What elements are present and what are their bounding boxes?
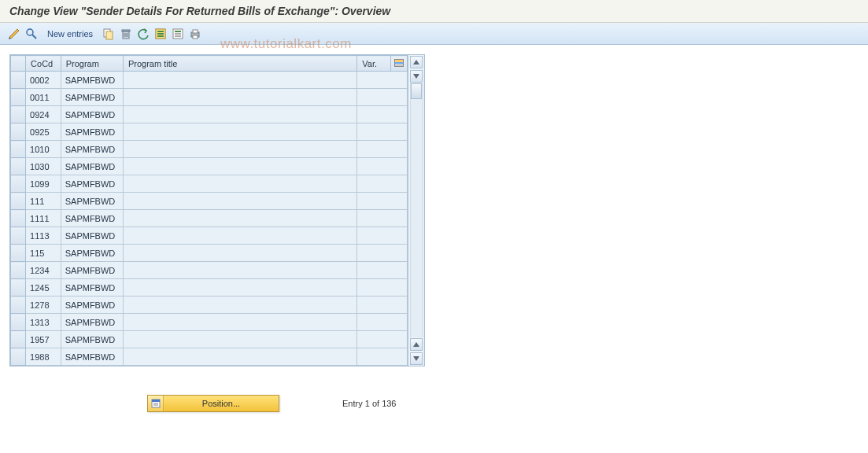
row-selector[interactable]: [11, 262, 26, 279]
cell-var[interactable]: [357, 210, 408, 227]
cell-cocd[interactable]: 1245: [26, 279, 61, 296]
cell-var[interactable]: [357, 279, 408, 296]
row-selector[interactable]: [11, 296, 26, 314]
cell-program[interactable]: SAPMFBWD: [61, 175, 123, 193]
cell-cocd[interactable]: 115: [26, 245, 61, 262]
cell-program[interactable]: SAPMFBWD: [61, 158, 123, 175]
copy-icon[interactable]: [102, 28, 115, 40]
delete-icon[interactable]: [120, 28, 132, 40]
row-selector[interactable]: [11, 175, 26, 193]
scroll-up-button-bottom[interactable]: [410, 338, 423, 351]
select-all-header[interactable]: [11, 56, 26, 72]
undo-icon[interactable]: [137, 28, 150, 40]
cell-var[interactable]: [357, 193, 408, 210]
print-icon[interactable]: [189, 28, 201, 40]
cell-title[interactable]: [123, 296, 356, 314]
cell-var[interactable]: [357, 331, 408, 348]
cell-cocd[interactable]: 1313: [26, 314, 61, 331]
row-selector[interactable]: [11, 89, 26, 106]
row-selector[interactable]: [11, 279, 26, 296]
cell-var[interactable]: [357, 227, 408, 245]
cell-cocd[interactable]: 1957: [26, 331, 61, 348]
cell-cocd[interactable]: 1030: [26, 158, 61, 175]
row-selector[interactable]: [11, 72, 26, 89]
cell-title[interactable]: [123, 262, 356, 279]
select-all-icon[interactable]: [154, 28, 167, 40]
row-selector[interactable]: [11, 227, 26, 245]
deselect-all-icon[interactable]: [172, 28, 184, 40]
cell-title[interactable]: [123, 210, 356, 227]
cell-title[interactable]: [123, 106, 356, 123]
cell-cocd[interactable]: 1099: [26, 175, 61, 193]
cell-program[interactable]: SAPMFBWD: [61, 89, 123, 106]
cell-var[interactable]: [357, 262, 408, 279]
scroll-down-button[interactable]: [410, 70, 423, 83]
cell-var[interactable]: [357, 245, 408, 262]
column-header-program[interactable]: Program: [61, 56, 123, 72]
cell-cocd[interactable]: 111: [26, 193, 61, 210]
cell-cocd[interactable]: 0924: [26, 106, 61, 123]
cell-title[interactable]: [123, 175, 356, 193]
cell-title[interactable]: [123, 245, 356, 262]
cell-program[interactable]: SAPMFBWD: [61, 262, 123, 279]
cell-title[interactable]: [123, 123, 356, 141]
cell-cocd[interactable]: 1234: [26, 262, 61, 279]
cell-program[interactable]: SAPMFBWD: [61, 123, 123, 141]
cell-title[interactable]: [123, 141, 356, 158]
cell-cocd[interactable]: 1010: [26, 141, 61, 158]
cell-program[interactable]: SAPMFBWD: [61, 141, 123, 158]
cell-cocd[interactable]: 1111: [26, 210, 61, 227]
cell-program[interactable]: SAPMFBWD: [61, 314, 123, 331]
cell-cocd[interactable]: 1113: [26, 227, 61, 245]
row-selector[interactable]: [11, 193, 26, 210]
cell-var[interactable]: [357, 158, 408, 175]
cell-program[interactable]: SAPMFBWD: [61, 245, 123, 262]
row-selector[interactable]: [11, 210, 26, 227]
row-selector[interactable]: [11, 245, 26, 262]
cell-title[interactable]: [123, 158, 356, 175]
table-settings-button[interactable]: [390, 56, 407, 72]
cell-cocd[interactable]: 0002: [26, 72, 61, 89]
cell-program[interactable]: SAPMFBWD: [61, 227, 123, 245]
cell-title[interactable]: [123, 227, 356, 245]
cell-title[interactable]: [123, 72, 356, 89]
row-selector[interactable]: [11, 158, 26, 175]
cell-title[interactable]: [123, 193, 356, 210]
cell-var[interactable]: [357, 296, 408, 314]
cell-program[interactable]: SAPMFBWD: [61, 296, 123, 314]
cell-var[interactable]: [357, 314, 408, 331]
scroll-up-button[interactable]: [410, 56, 423, 68]
row-selector[interactable]: [11, 123, 26, 141]
row-selector[interactable]: [11, 331, 26, 348]
row-selector[interactable]: [11, 106, 26, 123]
cell-program[interactable]: SAPMFBWD: [61, 193, 123, 210]
cell-cocd[interactable]: 0925: [26, 123, 61, 141]
cell-var[interactable]: [357, 89, 408, 106]
details-icon[interactable]: [25, 28, 38, 40]
cell-program[interactable]: SAPMFBWD: [61, 210, 123, 227]
cell-var[interactable]: [357, 106, 408, 123]
scrollbar-track[interactable]: [410, 83, 423, 337]
toggle-display-change-icon[interactable]: [8, 28, 20, 40]
cell-title[interactable]: [123, 314, 356, 331]
row-selector[interactable]: [11, 348, 26, 366]
cell-program[interactable]: SAPMFBWD: [61, 72, 123, 89]
cell-cocd[interactable]: 1278: [26, 296, 61, 314]
cell-title[interactable]: [123, 348, 356, 366]
cell-var[interactable]: [357, 175, 408, 193]
column-header-var[interactable]: Var.: [357, 56, 390, 72]
cell-title[interactable]: [123, 279, 356, 296]
column-header-cocd[interactable]: CoCd: [26, 56, 61, 72]
position-button[interactable]: Position...: [147, 395, 279, 412]
cell-var[interactable]: [357, 141, 408, 158]
scrollbar-thumb[interactable]: [411, 83, 422, 99]
row-selector[interactable]: [11, 314, 26, 331]
cell-title[interactable]: [123, 89, 356, 106]
column-header-title[interactable]: Program title: [123, 56, 356, 72]
scroll-down-button-bottom[interactable]: [410, 352, 423, 365]
cell-var[interactable]: [357, 123, 408, 141]
row-selector[interactable]: [11, 141, 26, 158]
cell-cocd[interactable]: 1988: [26, 348, 61, 366]
new-entries-button[interactable]: New entries: [42, 28, 98, 40]
cell-cocd[interactable]: 0011: [26, 89, 61, 106]
